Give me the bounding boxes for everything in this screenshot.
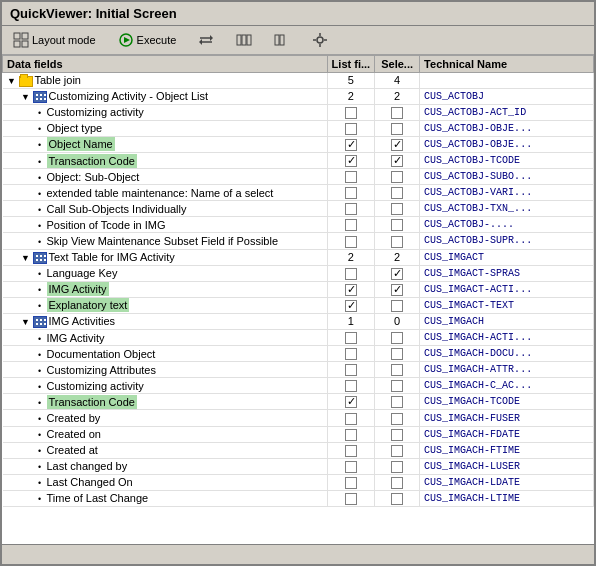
row-sele-cell[interactable] [375,152,420,168]
row-list-fi-cell[interactable] [327,410,375,426]
row-list-fi-cell[interactable] [327,265,375,281]
table-row[interactable]: •Transaction CodeCUS_ACTOBJ-TCODE [3,152,594,168]
row-sele-cell[interactable] [375,410,420,426]
list-fi-checkbox[interactable] [345,123,357,135]
list-fi-checkbox[interactable] [345,413,357,425]
row-list-fi-cell[interactable] [327,346,375,362]
row-sele-cell[interactable] [375,104,420,120]
row-sele-cell[interactable] [375,185,420,201]
row-sele-cell[interactable]: 2 [375,249,420,265]
row-sele-cell[interactable] [375,490,420,506]
table-row[interactable]: ▼IMG Activities10CUS_IMGACH [3,313,594,329]
table-row[interactable]: •Customizing activityCUS_ACTOBJ-ACT_ID [3,104,594,120]
row-list-fi-cell[interactable] [327,442,375,458]
row-list-fi-cell[interactable] [327,201,375,217]
sele-checkbox[interactable] [391,155,403,167]
row-list-fi-cell[interactable] [327,394,375,410]
collapse-icon[interactable]: ▼ [21,253,31,263]
collapse-icon[interactable]: ▼ [7,76,17,86]
collapse-icon[interactable]: ▼ [21,92,31,102]
row-sele-cell[interactable] [375,442,420,458]
row-sele-cell[interactable] [375,458,420,474]
row-list-fi-cell[interactable] [327,490,375,506]
row-list-fi-cell[interactable] [327,185,375,201]
sele-checkbox[interactable] [391,445,403,457]
list-fi-checkbox[interactable] [345,477,357,489]
sele-checkbox[interactable] [391,364,403,376]
table-row[interactable]: •Customizing AttributesCUS_IMGACH-ATTR..… [3,362,594,378]
list-fi-checkbox[interactable] [345,139,357,151]
row-sele-cell[interactable] [375,394,420,410]
sele-checkbox[interactable] [391,332,403,344]
sele-checkbox[interactable] [391,107,403,119]
row-sele-cell[interactable] [375,281,420,297]
row-sele-cell[interactable] [375,330,420,346]
table-row[interactable]: •Created onCUS_IMGACH-FDATE [3,426,594,442]
row-sele-cell[interactable] [375,169,420,185]
table-row[interactable]: •IMG ActivityCUS_IMGACT-ACTI... [3,281,594,297]
execute-button[interactable]: Execute [113,29,182,51]
list-fi-checkbox[interactable] [345,107,357,119]
table-row[interactable]: •Position of Tcode in IMGCUS_ACTOBJ-.... [3,217,594,233]
table-row[interactable]: •Time of Last ChangeCUS_IMGACH-LTIME [3,490,594,506]
sele-checkbox[interactable] [391,300,403,312]
list-fi-checkbox[interactable] [345,236,357,248]
list-fi-checkbox[interactable] [345,284,357,296]
row-list-fi-cell[interactable] [327,474,375,490]
row-sele-cell[interactable] [375,120,420,136]
row-sele-cell[interactable] [375,217,420,233]
sele-checkbox[interactable] [391,171,403,183]
row-list-fi-cell[interactable] [327,362,375,378]
row-list-fi-cell[interactable] [327,217,375,233]
table-row[interactable]: •Object NameCUS_ACTOBJ-OBJE... [3,136,594,152]
sele-checkbox[interactable] [391,396,403,408]
row-sele-cell[interactable] [375,233,420,249]
icon-btn-3[interactable] [269,29,295,51]
row-list-fi-cell[interactable] [327,297,375,313]
sele-checkbox[interactable] [391,493,403,505]
row-sele-cell[interactable] [375,265,420,281]
list-fi-checkbox[interactable] [345,493,357,505]
table-row[interactable]: •Last Changed OnCUS_IMGACH-LDATE [3,474,594,490]
sele-checkbox[interactable] [391,477,403,489]
table-row[interactable]: •Created atCUS_IMGACH-FTIME [3,442,594,458]
table-container[interactable]: Data fields List fi... Sele... Technical… [2,55,594,544]
list-fi-checkbox[interactable] [345,268,357,280]
list-fi-checkbox[interactable] [345,219,357,231]
row-sele-cell[interactable] [375,362,420,378]
row-list-fi-cell[interactable] [327,136,375,152]
row-sele-cell[interactable] [375,378,420,394]
row-sele-cell[interactable]: 0 [375,313,420,329]
table-row[interactable]: •Transaction CodeCUS_IMGACH-TCODE [3,394,594,410]
table-row[interactable]: •Last changed byCUS_IMGACH-LUSER [3,458,594,474]
row-list-fi-cell[interactable]: 5 [327,73,375,89]
list-fi-checkbox[interactable] [345,380,357,392]
list-fi-checkbox[interactable] [345,203,357,215]
table-row[interactable]: •Explanatory textCUS_IMGACT-TEXT [3,297,594,313]
row-sele-cell[interactable] [375,297,420,313]
row-list-fi-cell[interactable] [327,281,375,297]
collapse-icon[interactable]: ▼ [21,317,31,327]
list-fi-checkbox[interactable] [345,429,357,441]
row-list-fi-cell[interactable] [327,152,375,168]
list-fi-checkbox[interactable] [345,187,357,199]
sele-checkbox[interactable] [391,219,403,231]
sele-checkbox[interactable] [391,284,403,296]
row-list-fi-cell[interactable] [327,104,375,120]
row-list-fi-cell[interactable] [327,120,375,136]
row-list-fi-cell[interactable]: 2 [327,249,375,265]
sele-checkbox[interactable] [391,429,403,441]
list-fi-checkbox[interactable] [345,396,357,408]
table-row[interactable]: ▼Customizing Activity - Object List22CUS… [3,88,594,104]
table-row[interactable]: •Language KeyCUS_IMGACT-SPRAS [3,265,594,281]
sele-checkbox[interactable] [391,236,403,248]
row-sele-cell[interactable] [375,474,420,490]
sele-checkbox[interactable] [391,187,403,199]
sele-checkbox[interactable] [391,203,403,215]
row-list-fi-cell[interactable] [327,233,375,249]
list-fi-checkbox[interactable] [345,445,357,457]
table-row[interactable]: •IMG ActivityCUS_IMGACH-ACTI... [3,330,594,346]
row-list-fi-cell[interactable] [327,458,375,474]
row-list-fi-cell[interactable] [327,426,375,442]
icon-btn-4[interactable] [307,29,333,51]
